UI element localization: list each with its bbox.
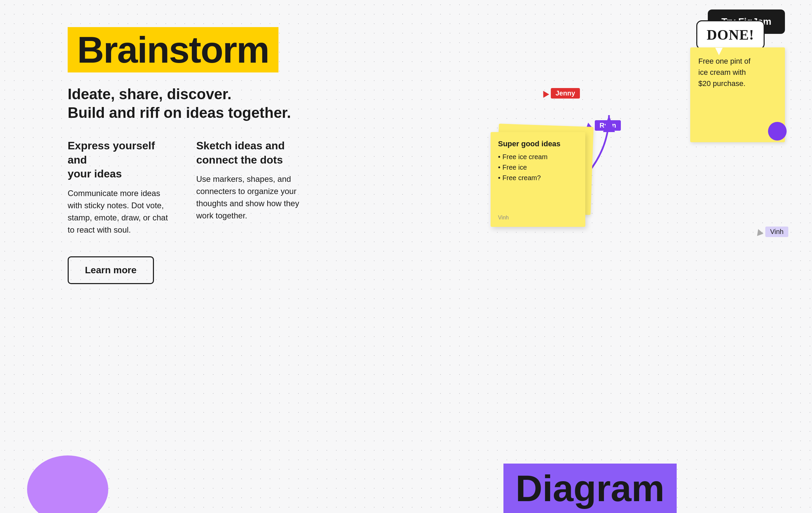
subtitle-line1: Ideate, share, discover. (68, 86, 231, 102)
feature-sketch: Sketch ideas and connect the dots Use ma… (196, 139, 304, 236)
feature1-title: Express yourself and your ideas (68, 139, 176, 181)
sticky-note-front: Super good ideas • Free ice cream • Free… (491, 132, 585, 227)
page-title: Brainstorm (77, 31, 269, 68)
bullet-icon-2: • (498, 164, 500, 171)
feature2-description: Use markers, shapes, and connecters to o… (196, 173, 304, 222)
sticky-item-3: • Free cream? (498, 174, 578, 182)
diagram-title-highlight: Diagram (503, 464, 677, 513)
cursor-label-vinh: Vinh (765, 227, 788, 237)
sticky-item-1-text: Free ice cream (502, 153, 547, 161)
sticky-large-text: Free one pint of ice cream with $20 purc… (698, 56, 777, 89)
learn-more-button[interactable]: Learn more (68, 256, 154, 284)
sticky-line1: Free one pint of (698, 57, 750, 65)
feature1-description: Communicate more ideas with sticky notes… (68, 187, 176, 236)
diagram-title: Diagram (516, 470, 664, 507)
cursor-label-ryan: Ryan (595, 120, 621, 131)
sticky-author-label: Vinh (498, 215, 509, 221)
cursor-arrow-vinh-icon (755, 228, 764, 236)
feature2-title-line1: Sketch ideas and (196, 140, 285, 152)
sticky-item-3-text: Free cream? (502, 174, 541, 182)
illustration-area: DONE! Free one pint of ice cream with $2… (487, 20, 792, 257)
cursor-arrow-jenny-icon (540, 89, 549, 98)
sticky-line3: $20 purchase. (698, 79, 745, 88)
feature1-title-line2: your ideas (68, 168, 122, 180)
feature2-title: Sketch ideas and connect the dots (196, 139, 304, 167)
hero-subtitle: Ideate, share, discover. Build and riff … (68, 85, 304, 122)
sticky-item-2-text: Free ice (502, 164, 527, 171)
diagram-section: Diagram (503, 464, 677, 513)
brainstorm-title-highlight: Brainstorm (68, 27, 278, 72)
sticky-item-2: • Free ice (498, 164, 578, 171)
feature-express: Express yourself and your ideas Communic… (68, 139, 176, 236)
cursor-vinh-right: Vinh (756, 227, 788, 237)
feature1-title-line1: Express yourself and (68, 140, 155, 166)
left-content-area: Brainstorm Ideate, share, discover. Buil… (68, 27, 304, 284)
cursor-jenny: Jenny (541, 88, 580, 99)
feature2-title-line2: connect the dots (196, 154, 283, 166)
sticky-front-title: Super good ideas (498, 140, 578, 148)
features-row: Express yourself and your ideas Communic… (68, 139, 304, 236)
sticky-item-1: • Free ice cream (498, 153, 578, 161)
speech-bubble-done: DONE! (696, 20, 765, 49)
sticky-line2: ice cream with (698, 68, 746, 77)
subtitle-line2: Build and riff on ideas together. (68, 104, 291, 121)
avatar-purple-circle (768, 122, 787, 141)
purple-blob-decoration (27, 455, 108, 513)
bullet-icon-1: • (498, 153, 500, 161)
cursor-label-jenny: Jenny (551, 88, 580, 99)
bullet-icon-3: • (498, 174, 500, 182)
